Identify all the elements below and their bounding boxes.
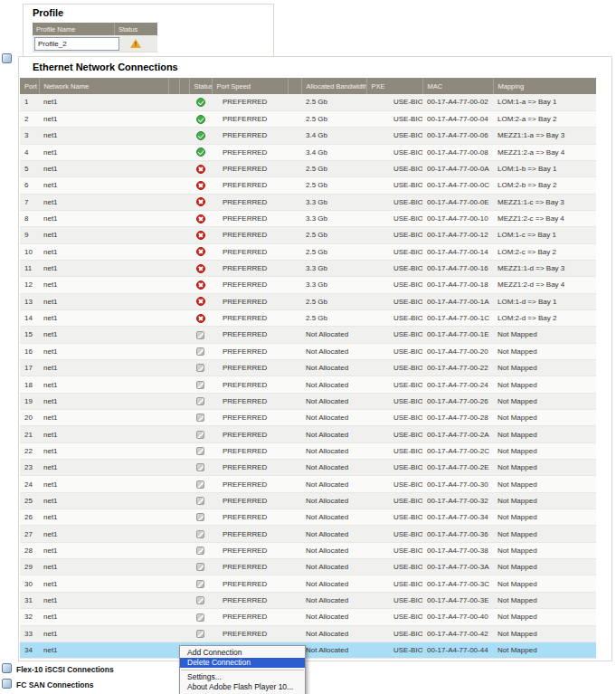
table-row[interactable]: 33net1PREFERREDNot AllocatedUSE-BIOS00-1… — [20, 625, 596, 642]
expand-icon[interactable] — [2, 53, 12, 63]
spacer-cell — [288, 426, 301, 442]
status-cell — [189, 194, 212, 210]
table-row[interactable]: 1net1PREFERRED2.5 GbUSE-BIOS00-17-A4-77-… — [20, 94, 596, 110]
table-row[interactable]: 17net1PREFERREDNot AllocatedUSE-BIOS00-1… — [20, 360, 596, 376]
spacer-cell — [168, 194, 179, 210]
mapping-cell: Not Mapped — [493, 492, 596, 509]
status-cell — [189, 210, 212, 226]
table-row[interactable]: 14net1PREFERRED2.5 GbUSE-BIOS00-17-A4-77… — [20, 309, 596, 326]
expand-icon[interactable] — [2, 679, 12, 689]
network-name-cell: net1 — [39, 343, 168, 359]
table-row[interactable]: 10net1PREFERRED2.5 GbUSE-BIOS00-17-A4-77… — [20, 243, 596, 260]
table-row[interactable]: 3net1PREFERRED3.4 GbUSE-BIOS00-17-A4-77-… — [20, 128, 596, 144]
table-row[interactable]: 11net1PREFERRED3.3 GbUSE-BIOS00-17-A4-77… — [20, 260, 596, 276]
table-row[interactable]: 29net1PREFERREDNot AllocatedUSE-BIOS00-1… — [20, 559, 596, 575]
spacer-cell — [288, 243, 301, 260]
table-row[interactable]: 13net1PREFERRED2.5 GbUSE-BIOS00-17-A4-77… — [20, 293, 596, 309]
menu-item-settings[interactable]: Settings... — [180, 672, 305, 682]
status-cell — [189, 526, 212, 542]
table-row[interactable]: 34net1PREFERREDNot AllocatedUSE-BIOS00-1… — [20, 642, 596, 658]
spacer-cell — [168, 376, 179, 393]
network-name-cell: net1 — [39, 460, 168, 476]
table-row[interactable]: 26net1PREFERREDNot AllocatedUSE-BIOS00-1… — [20, 509, 596, 526]
table-row[interactable]: 12net1PREFERRED3.3 GbUSE-BIOS00-17-A4-77… — [20, 277, 596, 293]
table-row[interactable]: 6net1PREFERRED2.5 GbUSE-BIOS00-17-A4-77-… — [20, 177, 596, 194]
spacer-cell — [179, 327, 189, 343]
spacer-cell — [179, 542, 189, 558]
table-row[interactable]: 18net1PREFERREDNot AllocatedUSE-BIOS00-1… — [20, 376, 596, 393]
table-row[interactable]: 25net1PREFERREDNot AllocatedUSE-BIOS00-1… — [20, 492, 596, 509]
section-label-flex10-iscsi[interactable]: Flex-10 iSCSI Connections — [16, 665, 114, 674]
table-row[interactable]: 27net1PREFERREDNot AllocatedUSE-BIOS00-1… — [20, 526, 596, 542]
spacer-cell — [179, 94, 189, 110]
port-cell: 18 — [20, 376, 39, 393]
menu-item-delete-connection[interactable]: Delete Connection — [180, 658, 305, 668]
mapping-cell: LOM:1-d => Bay 1 — [493, 293, 596, 309]
table-row[interactable]: 7net1PREFERRED3.3 GbUSE-BIOS00-17-A4-77-… — [20, 194, 596, 210]
spacer-cell — [168, 260, 179, 276]
table-row[interactable]: 30net1PREFERREDNot AllocatedUSE-BIOS00-1… — [20, 575, 596, 592]
section-label-fc-san[interactable]: FC SAN Connections — [16, 680, 93, 689]
table-row[interactable]: 5net1PREFERRED2.5 GbUSE-BIOS00-17-A4-77-… — [20, 160, 596, 176]
mapping-cell: LOM:1-c => Bay 1 — [493, 227, 596, 243]
network-name-cell: net1 — [39, 376, 168, 393]
table-row[interactable]: 4net1PREFERRED3.4 GbUSE-BIOS00-17-A4-77-… — [20, 144, 596, 160]
status-error-icon — [196, 297, 205, 306]
spacer-cell — [179, 592, 189, 608]
table-row[interactable]: 31net1PREFERREDNot AllocatedUSE-BIOS00-1… — [20, 592, 596, 608]
port-cell: 24 — [20, 476, 39, 492]
pxe-cell: USE-BIOS — [366, 110, 422, 127]
table-row[interactable]: 2net1PREFERRED2.5 GbUSE-BIOS00-17-A4-77-… — [20, 110, 596, 127]
mapping-cell: LOM:2-d => Bay 2 — [493, 309, 596, 326]
speed-cell: PREFERRED — [212, 376, 288, 393]
table-row[interactable]: 24net1PREFERREDNot AllocatedUSE-BIOS00-1… — [20, 476, 596, 492]
mac-cell: 00-17-A4-77-00-08 — [422, 144, 493, 160]
bandwidth-cell: Not Allocated — [301, 360, 366, 376]
spacer-cell — [288, 277, 301, 293]
profile-name-input[interactable] — [34, 37, 119, 51]
bandwidth-cell: Not Allocated — [301, 609, 366, 625]
bandwidth-cell: Not Allocated — [301, 343, 366, 359]
mac-cell: 00-17-A4-77-00-0E — [422, 194, 493, 210]
port-cell: 6 — [20, 177, 39, 194]
status-disabled-icon — [196, 513, 204, 521]
table-row[interactable]: 32net1PREFERREDNot AllocatedUSE-BIOS00-1… — [20, 609, 596, 625]
expand-icon[interactable] — [2, 663, 12, 673]
table-row[interactable]: 16net1PREFERREDNot AllocatedUSE-BIOS00-1… — [20, 343, 596, 359]
speed-cell: PREFERRED — [212, 625, 288, 642]
spacer-cell — [288, 144, 301, 160]
spacer-cell — [168, 160, 179, 176]
port-cell: 32 — [20, 609, 39, 625]
table-row[interactable]: 15net1PREFERREDNot AllocatedUSE-BIOS00-1… — [20, 327, 596, 343]
spacer-cell — [179, 376, 189, 393]
table-row[interactable]: 21net1PREFERREDNot AllocatedUSE-BIOS00-1… — [20, 426, 596, 442]
spacer-cell — [179, 460, 189, 476]
table-row[interactable]: 23net1PREFERREDNot AllocatedUSE-BIOS00-1… — [20, 460, 596, 476]
pxe-cell: USE-BIOS — [366, 144, 422, 160]
column-header-spacer — [179, 78, 189, 94]
menu-item-add-connection[interactable]: Add Connection — [180, 648, 305, 658]
status-cell — [189, 492, 212, 509]
table-row[interactable]: 8net1PREFERRED3.3 GbUSE-BIOS00-17-A4-77-… — [20, 210, 596, 226]
profile-title: Profile — [33, 7, 63, 18]
spacer-cell — [288, 442, 301, 459]
table-row[interactable]: 22net1PREFERREDNot AllocatedUSE-BIOS00-1… — [20, 442, 596, 459]
pxe-cell: USE-BIOS — [366, 476, 422, 492]
pxe-cell: USE-BIOS — [366, 343, 422, 359]
table-row[interactable]: 28net1PREFERREDNot AllocatedUSE-BIOS00-1… — [20, 542, 596, 558]
spacer-cell — [288, 327, 301, 343]
column-header-port-speed: Port Speed — [212, 78, 288, 94]
table-row[interactable]: 20net1PREFERREDNot AllocatedUSE-BIOS00-1… — [20, 410, 596, 426]
ethernet-section-title: Ethernet Network Connections — [33, 62, 178, 72]
spacer-cell — [168, 509, 179, 526]
speed-cell: PREFERRED — [212, 492, 288, 509]
spacer-cell — [288, 492, 301, 509]
pxe-cell: USE-BIOS — [366, 327, 422, 343]
table-row[interactable]: 19net1PREFERREDNot AllocatedUSE-BIOS00-1… — [20, 393, 596, 409]
menu-item-about-adobe-flash-player-10[interactable]: About Adobe Flash Player 10... — [180, 682, 305, 692]
bandwidth-cell: 2.5 Gb — [301, 110, 366, 127]
table-row[interactable]: 9net1PREFERRED2.5 GbUSE-BIOS00-17-A4-77-… — [20, 227, 596, 243]
status-ok-icon — [196, 131, 205, 140]
network-name-cell: net1 — [39, 177, 168, 194]
ethernet-connections-table: PortNetwork NameStatusPort SpeedAllocate… — [20, 78, 596, 659]
